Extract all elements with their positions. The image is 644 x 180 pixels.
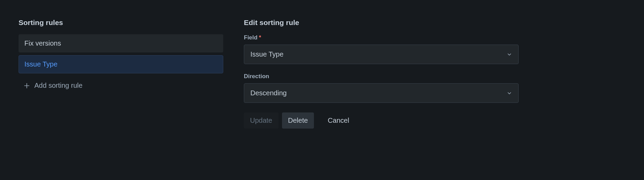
chevron-down-icon (507, 52, 512, 57)
add-sorting-rule-label: Add sorting rule (34, 82, 82, 89)
add-sorting-rule-button[interactable]: Add sorting rule (19, 77, 223, 94)
edit-sorting-rule-title: Edit sorting rule (244, 19, 519, 27)
field-label-text: Field (244, 34, 258, 41)
rule-item-label: Issue Type (24, 60, 57, 68)
sorting-rules-panel: Sorting rules Fix versions Issue Type Ad… (19, 19, 223, 161)
sorting-rules-title: Sorting rules (19, 19, 223, 27)
update-button[interactable]: Update (244, 112, 279, 129)
delete-button[interactable]: Delete (282, 112, 314, 129)
rule-item-fix-versions[interactable]: Fix versions (19, 34, 223, 52)
direction-select[interactable]: Descending (244, 83, 519, 103)
field-select-value: Issue Type (250, 50, 283, 58)
field-group-direction: Direction Descending (244, 73, 519, 103)
edit-sorting-rule-panel: Edit sorting rule Field* Issue Type Dire… (244, 19, 519, 161)
sorting-rules-list: Fix versions Issue Type (19, 34, 223, 73)
rule-item-label: Fix versions (24, 39, 61, 47)
direction-label: Direction (244, 73, 519, 80)
plus-icon (23, 82, 30, 89)
action-buttons: Update Delete Cancel (244, 112, 519, 129)
chevron-down-icon (507, 91, 512, 96)
required-indicator: * (259, 34, 261, 41)
field-group-field: Field* Issue Type (244, 34, 519, 64)
rule-item-issue-type[interactable]: Issue Type (19, 55, 223, 73)
direction-select-value: Descending (250, 89, 287, 97)
cancel-button[interactable]: Cancel (321, 112, 355, 129)
field-label: Field* (244, 34, 519, 41)
direction-label-text: Direction (244, 73, 269, 80)
field-select[interactable]: Issue Type (244, 45, 519, 64)
